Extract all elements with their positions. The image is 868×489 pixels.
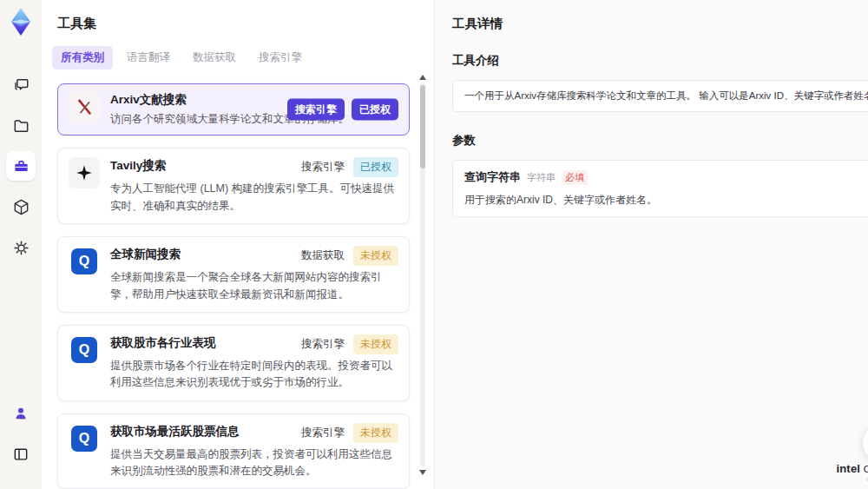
tavily-star-icon	[69, 157, 100, 188]
category-badge: 搜索引擎	[299, 335, 346, 354]
app-logo-icon	[4, 5, 37, 38]
param-description: 用于搜索的Arxiv ID、关键字或作者姓名。	[464, 193, 868, 208]
auth-badge: 未授权	[353, 423, 398, 443]
chat-icon	[12, 76, 30, 94]
intro-text: 一个用于从Arxiv存储库搜索科学论文和文章的工具。 输入可以是Arxiv ID…	[464, 89, 868, 102]
auth-badge: 已授权	[352, 99, 398, 121]
sidebar-item-settings[interactable]	[6, 233, 36, 262]
sidebar-item-account[interactable]	[6, 399, 36, 428]
scroll-up-arrow-icon[interactable]	[419, 75, 426, 80]
sidebar-item-models[interactable]	[6, 192, 36, 221]
tool-name: Tavily搜索	[110, 157, 293, 174]
tool-badges: 数据获取 未授权	[299, 246, 398, 266]
tool-description: 提供当天交易量最高的股票列表，投资者可以利用这些信息来识别流动性强的股票和潜在的…	[110, 446, 398, 480]
tool-list-item[interactable]: Q 获取股市各行业表现 搜索引擎 未授权 提供股票市场各个行业在特定时间段内的表…	[57, 325, 410, 401]
tool-details-panel: 工具详情 工具介绍 一个用于从Arxiv存储库搜索科学论文和文章的工具。 输入可…	[434, 0, 868, 489]
tool-badges: 搜索引擎 未授权	[299, 423, 398, 443]
tools-panel-title: 工具集	[57, 16, 434, 32]
intro-card: 一个用于从Arxiv存储库搜索科学论文和文章的工具。 输入可以是Arxiv ID…	[452, 80, 868, 112]
toolbox-icon	[12, 157, 30, 175]
list-scrollbar[interactable]	[419, 75, 426, 475]
tab-数据获取[interactable]: 数据获取	[184, 46, 245, 69]
tool-name: 获取市场最活跃股票信息	[110, 423, 293, 439]
intro-heading: 工具介绍	[452, 53, 868, 69]
app-sidebar	[0, 0, 42, 489]
category-badge: 数据获取	[299, 247, 346, 265]
panel-toggle-icon	[12, 446, 30, 463]
tool-description: 提供股票市场各个行业在特定时间段内的表现。投资者可以利用这些信息来识别表现优于或…	[110, 358, 398, 392]
scrollbar-thumb[interactable]	[420, 85, 425, 169]
folder-icon	[12, 116, 30, 135]
tool-name: 获取股市各行业表现	[110, 334, 293, 351]
category-badge: 搜索引擎	[299, 158, 346, 176]
tool-badges: 搜索引擎 已授权	[299, 157, 398, 177]
tab-所有类别[interactable]: 所有类别	[52, 46, 113, 69]
tool-list-item[interactable]: Q 获取市场最活跃股票信息 搜索引擎 未授权 提供当天交易量最高的股票列表，投资…	[57, 413, 410, 489]
download-button[interactable]	[862, 424, 868, 462]
auth-badge: 已授权	[353, 157, 398, 177]
gear-icon	[12, 239, 30, 257]
cube-icon	[12, 198, 30, 216]
scroll-down-arrow-icon[interactable]	[419, 470, 426, 475]
sidebar-item-chat[interactable]	[6, 69, 36, 99]
sidebar-item-files[interactable]	[6, 110, 36, 140]
intel-wordmark: intel	[836, 462, 860, 475]
news-q-icon: Q	[69, 423, 100, 454]
tool-list-item[interactable]: Tavily搜索 搜索引擎 已授权 专为人工智能代理 (LLM) 构建的搜索引擎…	[57, 148, 410, 224]
details-panel-title: 工具详情	[452, 16, 868, 32]
tab-搜索引擎[interactable]: 搜索引擎	[250, 46, 311, 69]
tool-description: 全球新闻搜索是一个聚合全球各大新闻网站内容的搜索引擎，帮助用户快速获取全球最新资…	[110, 269, 398, 303]
news-q-icon: Q	[69, 334, 100, 366]
auth-badge: 未授权	[353, 334, 398, 354]
param-type: 字符串	[527, 171, 556, 184]
tool-list-item[interactable]: Q 全球新闻搜索 数据获取 未授权 全球新闻搜索是一个聚合全球各大新闻网站内容的…	[57, 236, 410, 313]
auth-badge: 未授权	[353, 246, 398, 266]
param-card: 查询字符串 字符串 必填 用于搜索的Arxiv ID、关键字或作者姓名。	[452, 160, 868, 217]
intel-core-logo: intel core	[836, 462, 868, 482]
tools-panel: 工具集 所有类别语言翻译数据获取搜索引擎 Arxiv文献搜索 搜索引擎 已授权 …	[42, 0, 434, 489]
sidebar-item-tools[interactable]	[6, 151, 36, 181]
tool-name: 全球新闻搜索	[110, 246, 293, 262]
news-q-icon: Q	[69, 246, 100, 277]
tool-list-item[interactable]: Arxiv文献搜索 搜索引擎 已授权 访问各个研究领域大量科学论文和文章的存储库…	[57, 83, 410, 135]
core-wordmark: core	[864, 464, 868, 474]
category-tabs: 所有类别语言翻译数据获取搜索引擎	[52, 46, 434, 69]
tool-description: 专为人工智能代理 (LLM) 构建的搜索引擎工具。可快速提供实时、准确和真实的结…	[110, 181, 398, 215]
param-name: 查询字符串	[464, 169, 521, 185]
tab-语言翻译[interactable]: 语言翻译	[118, 46, 179, 69]
sidebar-item-collapse[interactable]	[6, 439, 36, 469]
tool-badges: 搜索引擎 未授权	[299, 334, 398, 354]
category-badge: 搜索引擎	[287, 99, 345, 121]
tool-list: Arxiv文献搜索 搜索引擎 已授权 访问各个研究领域大量科学论文和文章的存储库…	[42, 82, 434, 489]
category-badge: 搜索引擎	[299, 424, 346, 442]
tool-badges: 搜索引擎 已授权	[287, 99, 398, 121]
arxiv-logo-icon	[69, 91, 100, 122]
param-required-badge: 必填	[562, 170, 588, 185]
params-heading: 参数	[452, 133, 868, 149]
user-avatar-icon	[12, 405, 30, 422]
